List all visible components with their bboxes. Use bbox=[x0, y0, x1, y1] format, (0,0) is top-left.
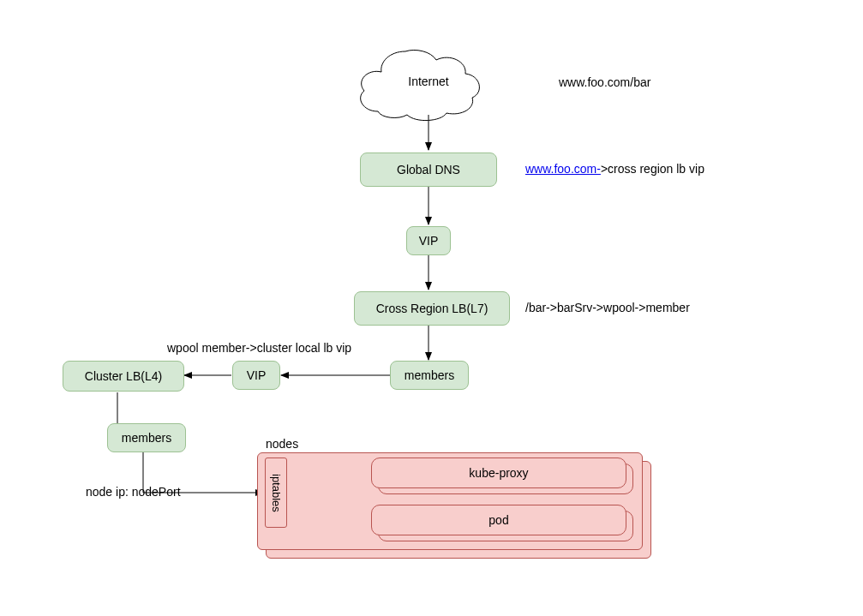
members1-label: members bbox=[405, 368, 454, 382]
dns-link[interactable]: www.foo.com- bbox=[525, 162, 601, 176]
vip1-node: VIP bbox=[406, 226, 451, 255]
crlb-label: Cross Region LB(L7) bbox=[376, 302, 488, 315]
global-dns-node: Global DNS bbox=[360, 153, 497, 187]
dns-annotation: www.foo.com->cross region lb vip bbox=[525, 162, 704, 176]
pod-label: pod bbox=[488, 513, 508, 527]
internet-url-label: www.foo.com/bar bbox=[559, 75, 650, 89]
members2-node: members bbox=[107, 423, 186, 452]
vip1-label: VIP bbox=[419, 234, 439, 248]
crlb-annotation: /bar->barSrv->wpool->member bbox=[525, 301, 690, 314]
iptables-node: iptables bbox=[265, 458, 287, 528]
global-dns-label: Global DNS bbox=[397, 163, 460, 176]
members2-label: members bbox=[122, 431, 171, 445]
vip2-node: VIP bbox=[232, 361, 280, 390]
pod-node: pod bbox=[371, 505, 626, 535]
internet-cloud: Internet bbox=[361, 50, 480, 120]
nodes-title: nodes bbox=[266, 437, 298, 451]
wpool-annotation: wpool member->cluster local lb vip bbox=[167, 341, 351, 355]
diagram-stage: Internet www.foo.com/bar www.foo.com->cr… bbox=[0, 0, 863, 616]
vip2-label: VIP bbox=[247, 368, 267, 382]
kube-proxy-node: kube-proxy bbox=[371, 458, 626, 488]
kube-proxy-label: kube-proxy bbox=[469, 466, 528, 480]
cluster-lb-label: Cluster LB(L4) bbox=[85, 369, 162, 383]
iptables-label: iptables bbox=[270, 474, 283, 512]
cloud-label: Internet bbox=[408, 75, 449, 88]
dns-rest: >cross region lb vip bbox=[601, 162, 704, 176]
nodeip-annotation: node ip: nodePort bbox=[86, 485, 181, 499]
cluster-lb-node: Cluster LB(L4) bbox=[63, 361, 184, 392]
cross-region-lb-node: Cross Region LB(L7) bbox=[354, 291, 510, 326]
members1-node: members bbox=[390, 361, 469, 390]
